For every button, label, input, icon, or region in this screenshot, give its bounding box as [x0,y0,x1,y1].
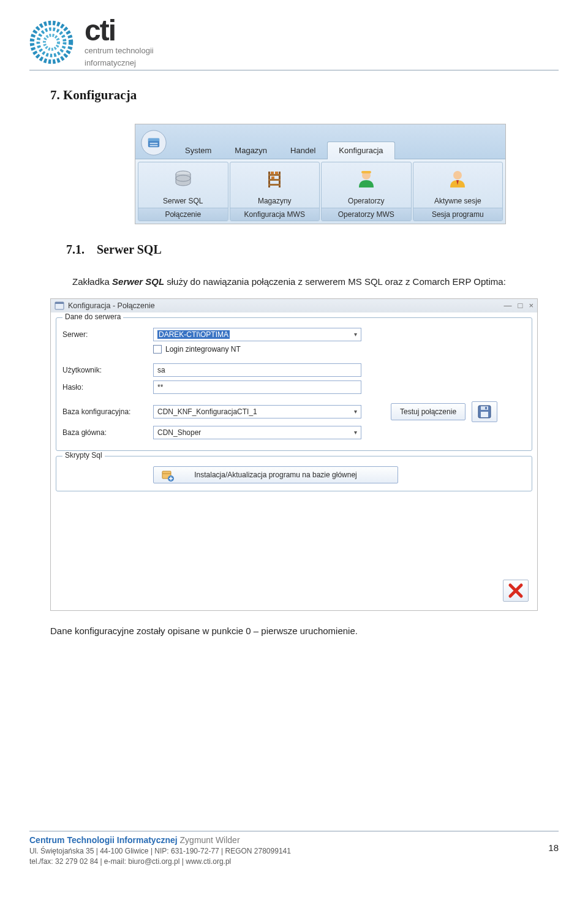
label-serwer: Serwer: [62,330,148,339]
chevron-down-icon: ▾ [354,331,357,338]
footer-title-strong: Centrum Technologii Informatycznej [29,835,178,845]
logo-subtitle-2: informatycznej [85,58,154,68]
section-title: Konfiguracja [63,88,137,102]
footer-line-2: tel./fax: 32 279 02 84 | e-mail: biuro@c… [29,857,291,866]
paragraph-1: Zakładka Serwer SQL służy do nawiązania … [50,274,538,290]
close-icon[interactable]: × [529,301,533,310]
svg-rect-12 [268,174,281,176]
svg-point-2 [44,36,58,50]
svg-point-20 [453,171,462,180]
serwer-select[interactable]: DAREK-CTI\OPTIMA ▾ [153,328,361,341]
install-button[interactable]: Instalacja/Aktualizacja programu na bazi… [153,466,398,483]
fieldset-dane-serwera: Dane do serwera Serwer: DAREK-CTI\OPTIMA… [56,317,532,451]
fieldset-legend: Dane do serwera [62,312,123,321]
subsection-heading: 7.1. Serwer SQL [66,243,559,257]
package-install-icon [160,467,175,482]
subsection-number: 7.1. [66,243,85,256]
svg-rect-17 [271,176,274,179]
chevron-down-icon: ▾ [354,408,357,415]
page-footer: Centrum Technologii Informatycznej Zygmu… [0,831,588,878]
svg-rect-16 [275,172,278,174]
para1-bold: Serwer SQL [112,276,164,287]
footer-title-light: Zygmunt Wilder [178,835,240,845]
footer-line-1: Ul. Świętojańska 35 | 44-100 Gliwice | N… [29,846,291,856]
footer-divider [29,831,559,831]
ribbon-footer: Operatorzy MWS [322,208,411,221]
testuj-label: Testuj połączenie [400,407,456,416]
svg-rect-5 [148,138,159,142]
tab-konfiguracja[interactable]: Konfiguracja [327,142,394,159]
haslo-input[interactable] [153,380,361,394]
para1-post: służy do nawiązania połączenia z serwere… [164,276,506,287]
close-dialog-button[interactable] [503,580,529,602]
section-heading: 7. Konfiguracja [50,88,559,103]
svg-rect-25 [481,412,488,417]
ribbon-tabbar: System Magazyn Handel Konfiguracja [135,124,505,159]
dialog-screenshot: Konfiguracja - Połączenie — □ × Dane do … [50,298,538,611]
ribbon-label: Serwer SQL [163,195,203,208]
ribbon-label: Magazyny [258,195,292,208]
svg-rect-7 [150,145,158,146]
header-divider [29,70,559,70]
ribbon-group-operatorzy[interactable]: Operatorzy Operatorzy MWS [321,162,412,221]
page-number: 18 [548,835,559,853]
ribbon-label: Operatorzy [348,195,384,208]
uzytkownik-input[interactable] [153,363,361,377]
ribbon-group-serwer-sql[interactable]: Serwer SQL Połączenie [138,162,228,221]
label-login-nt: Login zintegrowany NT [165,345,241,354]
minimize-icon[interactable]: — [504,301,512,310]
svg-rect-22 [55,302,64,304]
person-yellow-icon [445,167,470,191]
dialog-icon [55,301,64,311]
app-orb-icon[interactable] [140,129,167,156]
serwer-value: DAREK-CTI\OPTIMA [157,330,230,339]
ribbon-group-aktywne-sesje[interactable]: Aktywne sesje Sesja programu [413,162,503,221]
logo-subtitle-1: centrum technologii [85,46,154,56]
fieldset-legend-2: Skrypty Sql [62,451,105,460]
svg-rect-14 [268,184,281,186]
close-x-icon [508,583,524,599]
svg-rect-26 [485,407,487,409]
save-button[interactable] [472,401,497,422]
tab-handel[interactable]: Handel [279,142,327,159]
dialog-titlebar: Konfiguracja - Połączenie — □ × [51,299,537,312]
ribbon-footer: Połączenie [138,208,228,221]
login-nt-checkbox[interactable] [153,345,162,354]
svg-rect-6 [150,143,158,144]
section-number: 7. [50,88,60,102]
fieldset-skrypty-sql: Skrypty Sql Instalacja/Aktualizacja prog… [56,456,532,491]
testuj-button[interactable]: Testuj połączenie [391,403,466,420]
tab-magazyn[interactable]: Magazyn [223,142,279,159]
label-baza-glowna: Baza główna: [62,428,148,437]
baza-konf-value: CDN_KNF_KonfiguracjaCTI_1 [157,407,257,416]
svg-rect-24 [481,406,488,410]
shelf-icon [262,167,287,191]
person-green-icon [354,167,379,191]
baza-konf-select[interactable]: CDN_KNF_KonfiguracjaCTI_1 ▾ [153,405,361,418]
chevron-down-icon: ▾ [354,429,357,436]
ribbon-body: Serwer SQL Połączenie Maga [135,159,505,224]
tab-system[interactable]: System [173,142,223,159]
ribbon-label: Aktywne sesje [434,195,481,208]
svg-point-1 [38,29,64,56]
floppy-disk-icon [477,404,492,419]
install-label: Instalacja/Aktualizacja programu na bazi… [194,471,356,479]
svg-rect-13 [268,179,281,181]
para1-pre: Zakładka [72,276,112,287]
ribbon-screenshot: System Magazyn Handel Konfiguracja Serwe… [135,124,506,224]
logo-swirl-icon [29,20,74,64]
ribbon-group-magazyny[interactable]: Magazyny Konfiguracja MWS [230,162,320,221]
svg-rect-19 [361,171,371,173]
svg-rect-15 [271,172,274,174]
ribbon-footer: Sesja programu [413,208,503,221]
maximize-icon[interactable]: □ [518,301,523,310]
baza-glowna-value: CDN_Shoper [157,428,201,437]
label-baza-konf: Baza konfiguracyjna: [62,407,148,416]
label-uzytkownik: Użytkownik: [62,366,148,374]
baza-glowna-select[interactable]: CDN_Shoper ▾ [153,426,361,439]
dialog-empty-area [56,496,532,576]
label-haslo: Hasło: [62,383,148,392]
subsection-title: Serwer SQL [97,243,162,256]
logo-brand-text: cti [85,17,154,44]
ribbon-footer: Konfiguracja MWS [230,208,320,221]
